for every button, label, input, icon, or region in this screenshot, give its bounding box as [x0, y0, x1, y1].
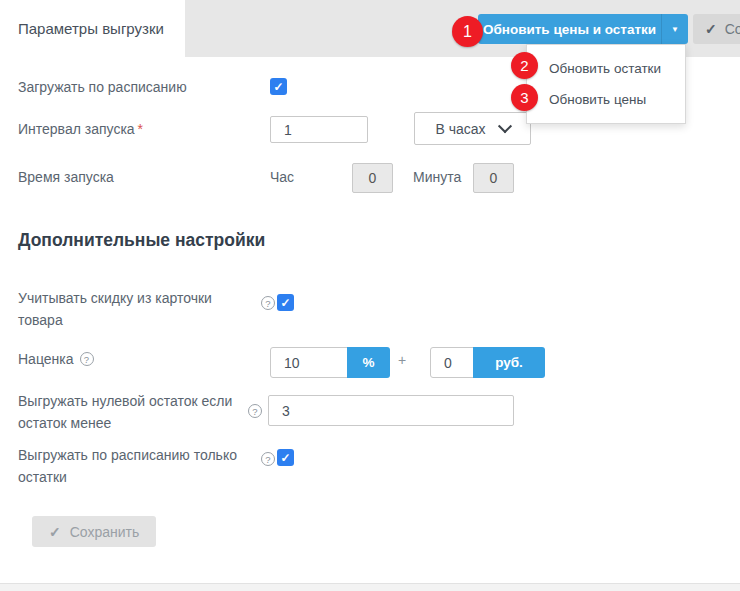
plus-sign: +: [398, 352, 406, 368]
tab-export-parameters[interactable]: Параметры выгрузки: [0, 0, 185, 57]
start-time-label: Время запуска: [18, 166, 114, 188]
schedule-label: Загружать по расписанию: [18, 76, 187, 98]
step-badge-3: 3: [511, 84, 538, 111]
interval-input[interactable]: [270, 116, 368, 143]
minute-label: Минута: [413, 166, 461, 188]
step-badge-2: 2: [511, 52, 538, 79]
update-button-label: Обновить цены и остатки: [483, 22, 656, 37]
tab-label: Параметры выгрузки: [18, 20, 164, 37]
menu-item-label: Обновить остатки: [549, 61, 661, 76]
interval-label: Интервал запуска*: [18, 118, 143, 140]
menu-item-update-prices[interactable]: Обновить цены: [527, 84, 685, 115]
menu-item-label: Обновить цены: [549, 92, 646, 107]
chevron-down-icon: [497, 119, 511, 133]
checkmark-icon: ✓: [280, 451, 290, 465]
help-glyph: ?: [265, 454, 270, 465]
checkmark-icon: ✓: [273, 80, 283, 94]
stocks-only-checkbox[interactable]: ✓: [277, 449, 294, 466]
help-icon[interactable]: ?: [261, 452, 275, 466]
check-icon: ✓: [705, 21, 717, 37]
update-prices-and-stocks-button[interactable]: Обновить цены и остатки: [478, 14, 661, 44]
menu-item-update-stocks[interactable]: Обновить остатки: [527, 53, 685, 84]
help-icon[interactable]: ?: [261, 296, 275, 310]
save-button-top[interactable]: ✓ Сохранить: [693, 14, 740, 44]
help-icon[interactable]: ?: [80, 352, 94, 366]
additional-settings-heading: Дополнительные настройки: [18, 230, 265, 251]
zero-stock-label: Выгружать нулевой остаток если остаток м…: [18, 390, 263, 434]
required-asterisk: *: [138, 121, 143, 137]
bottom-divider: [0, 583, 740, 591]
help-icon[interactable]: ?: [248, 404, 262, 418]
markup-label-row: Наценка ?: [18, 351, 94, 367]
markup-fixed-input[interactable]: [430, 347, 474, 378]
hour-label: Час: [270, 166, 294, 188]
interval-unit-value: В часах: [435, 121, 485, 137]
export-settings-page: Параметры выгрузки Обновить цены и остат…: [0, 0, 740, 591]
minute-input: [473, 163, 514, 193]
check-icon: ✓: [49, 524, 61, 540]
rub-addon: руб.: [473, 347, 545, 378]
checkmark-icon: ✓: [280, 296, 290, 310]
stocks-only-label: Выгружать по расписанию только остатки: [18, 444, 268, 488]
interval-unit-select[interactable]: В часах: [414, 112, 531, 145]
schedule-checkbox[interactable]: ✓: [270, 78, 287, 95]
help-glyph: ?: [84, 354, 89, 365]
zero-stock-input[interactable]: [268, 395, 514, 426]
save-button-bottom[interactable]: ✓ Сохранить: [32, 516, 156, 547]
discount-label: Учитывать скидку из карточки товара: [18, 287, 258, 331]
update-dropdown-menu: Обновить остатки Обновить цены: [526, 44, 686, 124]
discount-checkbox[interactable]: ✓: [277, 294, 294, 311]
help-glyph: ?: [265, 298, 270, 309]
hour-input: [352, 163, 393, 193]
step-badge-1: 1: [452, 16, 483, 47]
markup-percent-input[interactable]: [270, 347, 348, 378]
help-glyph: ?: [252, 406, 257, 417]
caret-down-icon: ▼: [671, 25, 679, 34]
percent-addon: %: [347, 347, 390, 378]
save-button-top-label: Сохранить: [725, 21, 740, 37]
update-dropdown-toggle[interactable]: ▼: [661, 14, 688, 44]
interval-label-text: Интервал запуска: [18, 121, 135, 137]
markup-label: Наценка: [18, 351, 74, 367]
save-button-bottom-label: Сохранить: [70, 524, 140, 540]
